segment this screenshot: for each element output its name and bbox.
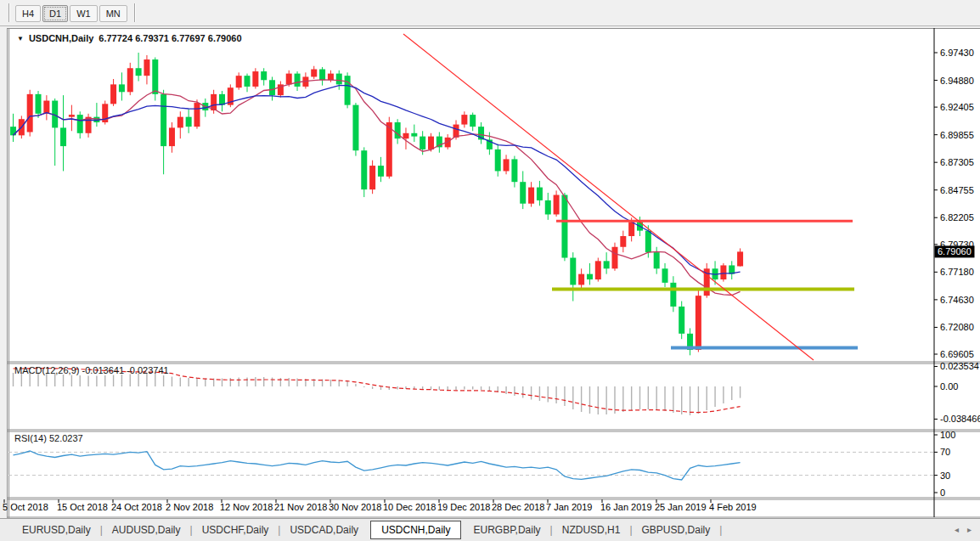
chart-tab-nzdusd[interactable]: NZDUSD,H1 [554,521,629,539]
rsi-indicator-label: RSI(14) 52.0237 [14,433,83,443]
chart-symbol-label: USDCNH,Daily [29,33,93,43]
chart-tab-eurgbp[interactable]: EURGBP,Daily [465,521,549,539]
period-toolbar: H4D1W1MN [0,0,980,26]
period-button-h4[interactable]: H4 [15,5,41,22]
toolbar-grip [8,3,10,22]
tab-scroll-arrows: ◂ ▸ [955,525,972,534]
chart-tab-usdcnh[interactable]: USDCNH,Daily [370,521,461,539]
macd-indicator-label: MACD(12,26,9) -0.013641 -0.023741 [14,365,169,375]
toolbar-separator [134,3,136,22]
chart-tab-audusd[interactable]: AUDUSD,Daily [104,521,189,539]
chart-title: ▼ USDCNH,Daily 6.77724 6.79371 6.77697 6… [17,33,242,43]
chart-ohlc-values: 6.77724 6.79371 6.77697 6.79060 [99,33,241,43]
tab-separator: | [628,524,633,536]
chart-window[interactable] [7,28,980,518]
period-button-d1[interactable]: D1 [42,5,68,22]
tab-separator: | [549,524,554,536]
tab-separator: | [718,524,723,536]
tab-scroll-left-icon[interactable]: ◂ [955,525,959,534]
chart-tab-usdchf[interactable]: USDCHF,Daily [194,521,278,539]
chart-tab-gbpusd[interactable]: GBPUSD,Daily [634,521,719,539]
chart-dropdown-icon[interactable]: ▼ [17,35,24,42]
chart-tabstrip: EURUSD,Daily|AUDUSD,Daily|USDCHF,Daily|U… [0,518,980,541]
period-button-w1[interactable]: W1 [70,5,98,22]
period-button-mn[interactable]: MN [99,5,127,22]
chart-tab-usdcad[interactable]: USDCAD,Daily [281,521,367,539]
tab-separator: | [189,524,194,536]
tab-scroll-right-icon[interactable]: ▸ [967,525,972,534]
chart-tab-eurusd[interactable]: EURUSD,Daily [14,521,99,539]
